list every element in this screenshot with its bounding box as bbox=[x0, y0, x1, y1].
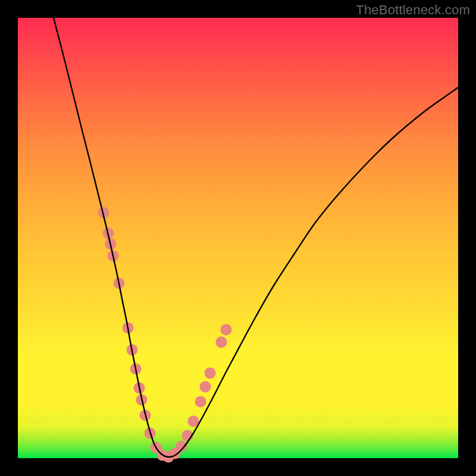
chart-svg bbox=[18, 18, 458, 458]
chart-marker bbox=[216, 337, 227, 348]
chart-marker bbox=[205, 368, 216, 379]
chart-plot-area bbox=[18, 18, 458, 458]
chart-markers bbox=[98, 207, 232, 463]
bottleneck-curve bbox=[54, 18, 458, 457]
chart-marker bbox=[195, 396, 206, 408]
chart-marker bbox=[200, 381, 211, 393]
chart-marker bbox=[221, 324, 232, 336]
chart-frame: TheBottleneck.com bbox=[0, 0, 476, 476]
watermark-text: TheBottleneck.com bbox=[356, 2, 470, 18]
